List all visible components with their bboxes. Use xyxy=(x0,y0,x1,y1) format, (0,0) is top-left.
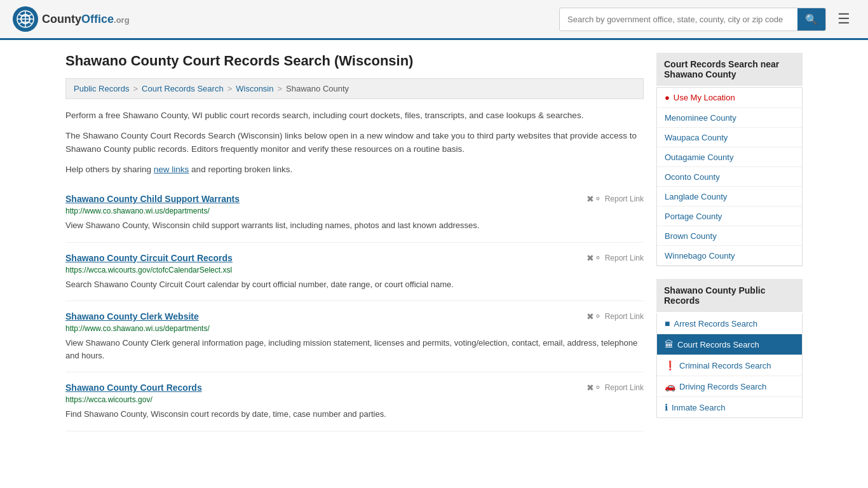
public-record-item: ℹ Inmate Search xyxy=(657,397,802,417)
sidebar-nearby-title: Court Records Search near Shawano County xyxy=(656,53,803,86)
result-link[interactable]: Shawano County Clerk Website xyxy=(65,311,199,322)
nearby-county-link[interactable]: Waupaca County xyxy=(665,133,728,142)
nearby-county-link[interactable]: Outagamie County xyxy=(665,152,733,162)
public-record-link[interactable]: 🚗 Driving Records Search xyxy=(657,376,802,396)
public-record-link[interactable]: ■ Arrest Records Search xyxy=(657,313,802,334)
public-record-link[interactable]: 🏛 Court Records Search xyxy=(657,334,802,355)
breadcrumb-public-records[interactable]: Public Records xyxy=(74,84,129,93)
description-2: The Shawano County Court Records Search … xyxy=(65,130,644,156)
nearby-county-link[interactable]: Menominee County xyxy=(665,113,736,123)
report-link-3[interactable]: ✖⚬ Report Link xyxy=(587,383,644,393)
result-url[interactable]: https://wcca.wicourts.gov/ctofcCalendarS… xyxy=(65,266,644,274)
nearby-county-item: Portage County xyxy=(657,207,802,226)
public-record-label: Inmate Search xyxy=(672,403,726,412)
report-icon: ✖⚬ xyxy=(587,194,602,204)
page-title: Shawano County Court Records Search (Wis… xyxy=(65,53,644,69)
use-location-button[interactable]: ● Use My Location xyxy=(657,88,802,108)
report-link-2[interactable]: ✖⚬ Report Link xyxy=(587,311,644,322)
location-icon: ● xyxy=(665,93,670,102)
result-link[interactable]: Shawano County Circuit Court Records xyxy=(65,253,233,263)
public-record-icon: ℹ xyxy=(665,402,668,412)
result-description: Find Shawano County, Wisconsin court rec… xyxy=(65,408,644,421)
public-record-icon: 🚗 xyxy=(665,381,675,391)
public-record-item: ■ Arrest Records Search xyxy=(657,313,802,334)
result-item: Shawano County Child Support Warrants ✖⚬… xyxy=(65,184,644,243)
logo-text: CountyOffice.org xyxy=(42,13,130,26)
report-link-1[interactable]: ✖⚬ Report Link xyxy=(587,253,644,263)
header-right: 🔍 ☰ xyxy=(559,8,855,31)
results-container: Shawano County Child Support Warrants ✖⚬… xyxy=(65,184,644,431)
result-url[interactable]: https://wcca.wicourts.gov/ xyxy=(65,395,644,404)
nearby-county-link[interactable]: Portage County xyxy=(665,212,722,221)
result-title-row: Shawano County Circuit Court Records ✖⚬ … xyxy=(65,253,644,263)
result-item: Shawano County Circuit Court Records ✖⚬ … xyxy=(65,243,644,302)
result-description: Search Shawano County Circuit Court cale… xyxy=(65,278,644,291)
result-url[interactable]: http://www.co.shawano.wi.us/departments/ xyxy=(65,207,644,215)
nearby-county-item: Brown County xyxy=(657,226,802,246)
result-link[interactable]: Shawano County Child Support Warrants xyxy=(65,194,240,204)
public-records-list: ■ Arrest Records Search 🏛 Court Records … xyxy=(656,313,803,418)
result-description: View Shawano County, Wisconsin child sup… xyxy=(65,219,644,232)
breadcrumb-sep-3: > xyxy=(278,84,283,93)
nearby-counties-list: Menominee CountyWaupaca CountyOutagamie … xyxy=(657,108,802,266)
main-container: Shawano County Court Records Search (Wis… xyxy=(53,40,815,444)
result-item: Shawano County Court Records ✖⚬ Report L… xyxy=(65,372,644,431)
public-record-link[interactable]: ❗ Criminal Records Search xyxy=(657,355,802,376)
report-icon: ✖⚬ xyxy=(587,253,602,263)
nearby-county-link[interactable]: Winnebago County xyxy=(665,251,735,261)
report-icon: ✖⚬ xyxy=(587,311,602,322)
search-input[interactable] xyxy=(560,10,797,29)
report-label: Report Link xyxy=(605,194,644,203)
nearby-county-link[interactable]: Brown County xyxy=(665,231,717,241)
hamburger-menu-icon[interactable]: ☰ xyxy=(832,8,855,30)
nearby-county-link[interactable]: Langlade County xyxy=(665,192,727,201)
report-icon: ✖⚬ xyxy=(587,383,602,393)
search-button[interactable]: 🔍 xyxy=(797,8,825,30)
sidebar-nearby-section: Court Records Search near Shawano County… xyxy=(656,53,803,266)
report-label: Report Link xyxy=(605,312,644,321)
public-record-item: 🏛 Court Records Search xyxy=(657,334,802,355)
nearby-county-item: Menominee County xyxy=(657,108,802,128)
result-title-row: Shawano County Court Records ✖⚬ Report L… xyxy=(65,383,644,393)
sidebar: Court Records Search near Shawano County… xyxy=(656,53,803,431)
breadcrumb-current: Shawano County xyxy=(286,84,349,93)
description-1: Perform a free Shawano County, WI public… xyxy=(65,109,644,122)
nearby-county-item: Waupaca County xyxy=(657,128,802,147)
report-link-0[interactable]: ✖⚬ Report Link xyxy=(587,194,644,204)
public-record-icon: ❗ xyxy=(665,360,675,370)
result-description: View Shawano County Clerk general inform… xyxy=(65,337,644,362)
result-url[interactable]: http://www.co.shawano.wi.us/departments/ xyxy=(65,324,644,333)
breadcrumb: Public Records > Court Records Search > … xyxy=(65,78,644,99)
logo-icon xyxy=(13,6,38,32)
public-record-link[interactable]: ℹ Inmate Search xyxy=(657,397,802,417)
sidebar-near-box: ● Use My Location Menominee CountyWaupac… xyxy=(656,87,803,266)
public-record-item: 🚗 Driving Records Search xyxy=(657,376,802,397)
new-links-link[interactable]: new links xyxy=(154,165,189,174)
public-record-icon: ■ xyxy=(665,318,670,329)
result-link[interactable]: Shawano County Court Records xyxy=(65,383,202,393)
main-content: Shawano County Court Records Search (Wis… xyxy=(65,53,644,431)
public-record-label: Court Records Search xyxy=(677,340,759,349)
description-3-suffix: and reporting broken links. xyxy=(189,165,292,174)
result-title-row: Shawano County Clerk Website ✖⚬ Report L… xyxy=(65,311,644,322)
result-item: Shawano County Clerk Website ✖⚬ Report L… xyxy=(65,301,644,372)
description-3: Help others by sharing new links and rep… xyxy=(65,163,644,176)
site-header: CountyOffice.org 🔍 ☰ xyxy=(0,0,868,40)
nearby-county-link[interactable]: Oconto County xyxy=(665,172,720,182)
nearby-county-item: Langlade County xyxy=(657,187,802,207)
public-record-icon: 🏛 xyxy=(665,339,674,349)
breadcrumb-sep-1: > xyxy=(133,84,138,93)
breadcrumb-wisconsin[interactable]: Wisconsin xyxy=(236,84,273,93)
breadcrumb-court-records[interactable]: Court Records Search xyxy=(142,84,224,93)
result-title-row: Shawano County Child Support Warrants ✖⚬… xyxy=(65,194,644,204)
sidebar-public-records-section: Shawano County Public Records ■ Arrest R… xyxy=(656,279,803,418)
public-record-item: ❗ Criminal Records Search xyxy=(657,355,802,376)
report-label: Report Link xyxy=(605,254,644,262)
description-3-prefix: Help others by sharing xyxy=(65,165,154,174)
public-record-label: Driving Records Search xyxy=(679,382,766,391)
use-location-label: Use My Location xyxy=(674,93,735,102)
sidebar-public-records-title: Shawano County Public Records xyxy=(656,279,803,312)
public-record-label: Arrest Records Search xyxy=(674,319,757,329)
nearby-county-item: Oconto County xyxy=(657,167,802,187)
public-record-label: Criminal Records Search xyxy=(679,361,771,370)
